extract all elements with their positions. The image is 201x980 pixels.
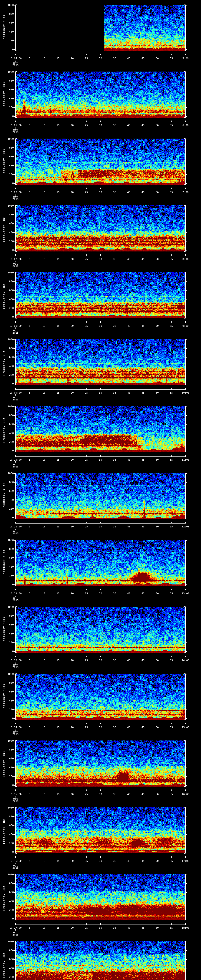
x-tick-label: 45	[142, 860, 145, 862]
y-tick-label: 400	[0, 766, 14, 768]
y-tick-label: 1000	[0, 71, 14, 73]
y-axis-title: Frequency (Hz)	[2, 282, 5, 309]
x-tick-label: 20	[71, 57, 74, 59]
date-line: 2015	[12, 934, 18, 936]
x-start-time-label: 10:08:00	[10, 325, 22, 327]
x-tick-label: 20	[71, 391, 74, 394]
y-tick-label: 1000	[0, 205, 14, 207]
x-end-time-label: 15:00	[182, 726, 189, 728]
spectrogram-panel-10: Frequency (Hz)02004006008001000510152025…	[0, 602, 201, 669]
x-tick-label: 5	[29, 391, 30, 394]
x-tick-label: 10	[42, 927, 46, 929]
x-tick-label: 10	[42, 391, 46, 394]
y-axis-title: Frequency (Hz)	[2, 750, 5, 777]
x-tick-label: 5	[29, 592, 30, 595]
date-line: 2015	[12, 867, 18, 869]
date-line: 2015	[12, 800, 18, 802]
x-tick-label: 20	[71, 592, 74, 595]
x-tick-label: 50	[156, 191, 159, 193]
y-tick-label: 800	[0, 481, 14, 483]
y-tick-label: 600	[0, 156, 14, 158]
y-tick-label: 1000	[0, 807, 14, 809]
x-tick-label: 50	[156, 927, 159, 929]
x-end-time-label: 11:00	[182, 459, 189, 461]
x-tick-label: 30	[99, 391, 102, 394]
x-tick-label: 15	[56, 191, 60, 193]
x-tick-label: 45	[142, 459, 145, 461]
y-tick-label: 1000	[0, 606, 14, 608]
x-tick-label: 25	[85, 124, 88, 126]
x-tick-label: 45	[142, 659, 145, 661]
x-end-time-label: 14:00	[182, 659, 189, 661]
x-tick-label: 10	[42, 459, 46, 461]
x-end-time-label: 13:00	[182, 592, 189, 595]
x-start-time-label: 10:12:00	[10, 592, 22, 595]
x-tick-label: 30	[99, 927, 102, 929]
x-tick-label: 25	[85, 793, 88, 795]
x-tick-label: 30	[99, 726, 102, 728]
date-line: 2015	[12, 666, 18, 668]
y-tick-label: 1000	[0, 740, 14, 742]
x-tick-label: 45	[142, 592, 145, 595]
y-axis-title: Frequency (Hz)	[2, 215, 5, 242]
x-tick-label: 20	[71, 793, 74, 795]
y-tick-label: 800	[0, 682, 14, 684]
x-tick-label: 35	[113, 592, 116, 595]
x-tick-label: 25	[85, 325, 88, 327]
x-tick-label: 50	[156, 659, 159, 661]
x-tick-label: 40	[128, 57, 131, 59]
x-tick-label: 20	[71, 927, 74, 929]
y-tick-label: 600	[0, 423, 14, 425]
y-tick-label: 200	[0, 708, 14, 711]
x-tick-label: 25	[85, 459, 88, 461]
y-tick-label: 400	[0, 164, 14, 167]
x-tick-label: 10	[42, 191, 46, 193]
x-tick-label: 55	[170, 525, 173, 528]
x-start-time-label: 10:07:00	[10, 258, 22, 260]
y-tick-label: 400	[0, 700, 14, 702]
x-tick-label: 10	[42, 258, 46, 260]
y-tick-label: 600	[0, 958, 14, 960]
x-tick-label: 15	[56, 391, 60, 394]
y-tick-label: 600	[0, 824, 14, 826]
y-tick-label: 200	[0, 574, 14, 577]
y-tick-label: 1000	[0, 673, 14, 675]
x-tick-label: 40	[128, 258, 131, 260]
spectrogram-panel-5: Frequency (Hz)02004006008001000510152025…	[0, 267, 201, 334]
x-tick-label: 5	[29, 459, 30, 461]
x-tick-label: 15	[56, 258, 60, 260]
x-tick-label: 15	[56, 927, 60, 929]
x-tick-label: 35	[113, 793, 116, 795]
x-tick-label: 20	[71, 124, 74, 126]
y-tick-label: 400	[0, 566, 14, 568]
y-axis-title: Frequency (Hz)	[2, 616, 5, 643]
y-axis-title: Frequency (Hz)	[2, 349, 5, 376]
y-tick-label: 800	[0, 414, 14, 416]
x-tick-label: 25	[85, 927, 88, 929]
x-tick-label: 25	[85, 57, 88, 59]
y-axis-title: Frequency (Hz)	[2, 884, 5, 911]
x-tick-label: 5	[29, 860, 30, 862]
x-tick-label: 30	[99, 191, 102, 193]
spectrogram-panel-11: Frequency (Hz)02004006008001000510152025…	[0, 669, 201, 736]
x-tick-label: 35	[113, 124, 116, 126]
x-tick-label: 25	[85, 525, 88, 528]
x-tick-label: 50	[156, 258, 159, 260]
x-tick-label: 45	[142, 258, 145, 260]
spectrogram-panel-4: Frequency (Hz)02004006008001000510152025…	[0, 201, 201, 268]
y-tick-label: 400	[0, 30, 14, 33]
y-tick-label: 1000	[0, 539, 14, 541]
spectrogram-panel-9: Frequency (Hz)02004006008001000510152025…	[0, 535, 201, 602]
x-start-time-label: 10:16:00	[10, 860, 22, 862]
x-tick-label: 5	[29, 793, 30, 795]
x-tick-label: 55	[170, 57, 173, 59]
x-tick-label: 15	[56, 525, 60, 528]
y-tick-label: 400	[0, 967, 14, 969]
date-line: 2015	[12, 466, 18, 468]
x-tick-label: 35	[113, 391, 116, 394]
spectrogram-panel-15: Frequency (Hz)02004006008001000510152025…	[0, 937, 201, 980]
x-tick-label: 50	[156, 391, 159, 394]
y-tick-label: 800	[0, 213, 14, 216]
x-end-time-label: 8:00	[182, 258, 188, 260]
y-tick-label: 0	[0, 583, 14, 585]
